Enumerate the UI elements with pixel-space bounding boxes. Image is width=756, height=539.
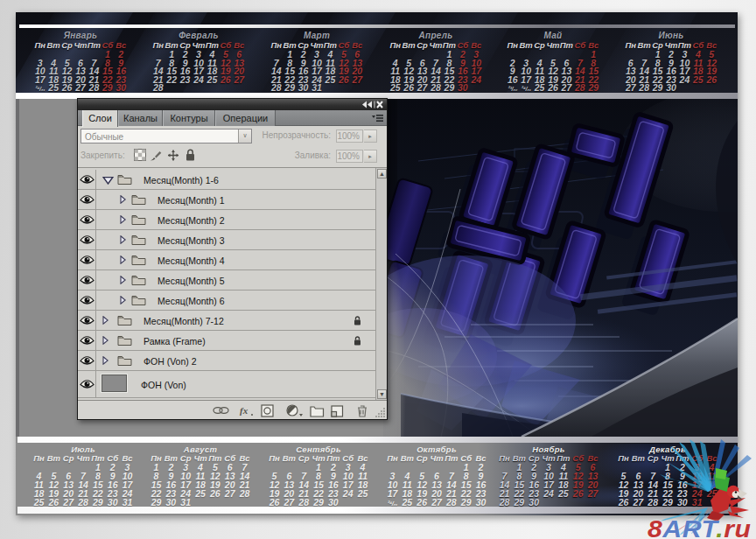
svg-text:fx: fx [240,405,248,416]
